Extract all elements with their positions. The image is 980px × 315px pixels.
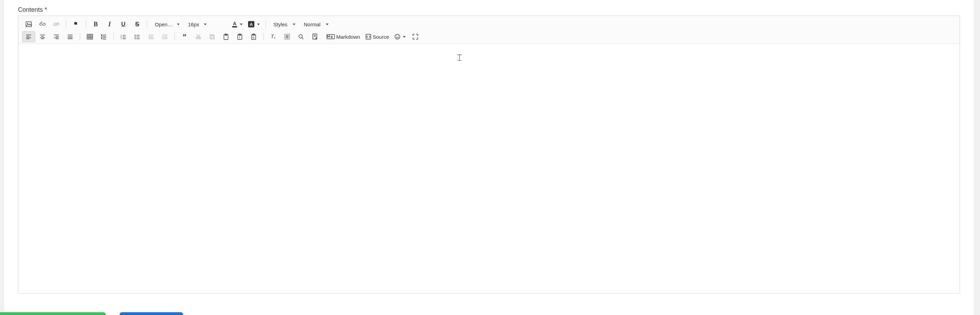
align-left-button[interactable] bbox=[22, 31, 35, 42]
editor-content-area[interactable]: ⌶ bbox=[18, 44, 959, 293]
svg-rect-58 bbox=[210, 35, 213, 38]
svg-text:×: × bbox=[274, 36, 275, 40]
paragraph-format-select[interactable]: Normal bbox=[300, 19, 331, 30]
link-button[interactable] bbox=[36, 19, 49, 30]
outdent-button bbox=[145, 31, 158, 42]
copy-button bbox=[205, 31, 219, 42]
chevron-down-icon bbox=[403, 36, 406, 38]
svg-rect-0 bbox=[26, 22, 32, 27]
unlink-button bbox=[50, 19, 63, 30]
table-button[interactable] bbox=[83, 31, 96, 42]
styles-select[interactable]: Styles bbox=[269, 19, 298, 30]
chevron-down-icon bbox=[240, 24, 243, 25]
text-color-button[interactable]: A bbox=[230, 19, 245, 30]
source-button[interactable]: Source bbox=[363, 31, 391, 42]
text-caret-icon: ⌶ bbox=[457, 53, 462, 62]
svg-rect-59 bbox=[211, 36, 214, 40]
source-label: Source bbox=[372, 34, 389, 40]
primary-action-button[interactable] bbox=[0, 312, 106, 315]
svg-point-42 bbox=[135, 38, 136, 40]
remove-format-button[interactable]: T× bbox=[267, 31, 280, 42]
chevron-down-icon bbox=[326, 24, 329, 25]
align-justify-button[interactable] bbox=[64, 31, 77, 42]
svg-text:W: W bbox=[252, 36, 255, 39]
bold-button[interactable]: B bbox=[89, 19, 102, 30]
align-right-button[interactable] bbox=[50, 31, 63, 42]
find-button[interactable] bbox=[294, 31, 307, 42]
chevron-down-icon bbox=[257, 24, 260, 25]
paragraph-format-value: Normal bbox=[304, 21, 322, 27]
font-family-select[interactable]: Open… bbox=[151, 19, 182, 30]
paste-text-button[interactable]: T bbox=[233, 31, 247, 42]
svg-point-83 bbox=[396, 36, 397, 36]
svg-point-84 bbox=[398, 36, 398, 36]
paste-word-button[interactable]: W bbox=[247, 31, 260, 42]
chevron-down-icon bbox=[177, 24, 180, 25]
align-center-button[interactable] bbox=[36, 31, 49, 42]
font-size-select[interactable]: 16px bbox=[184, 19, 209, 30]
markdown-label: Markdown bbox=[336, 34, 360, 40]
strikethrough-button[interactable]: S bbox=[130, 19, 144, 30]
secondary-action-button[interactable] bbox=[119, 312, 183, 315]
svg-text:T: T bbox=[239, 36, 240, 39]
svg-point-54 bbox=[196, 37, 198, 39]
image-button[interactable] bbox=[22, 19, 35, 30]
indent-button bbox=[158, 31, 172, 42]
emoji-icon bbox=[395, 34, 400, 40]
underline-button[interactable]: U bbox=[117, 19, 130, 30]
italic-button[interactable]: I bbox=[103, 19, 116, 30]
templates-button[interactable]: + bbox=[308, 31, 321, 42]
font-size-value: 16px bbox=[188, 21, 200, 27]
styles-value: Styles bbox=[273, 21, 289, 27]
rich-text-editor: B I U S bbox=[18, 16, 960, 294]
svg-point-82 bbox=[395, 34, 400, 39]
select-all-button[interactable] bbox=[281, 31, 294, 42]
svg-point-55 bbox=[199, 37, 201, 39]
svg-point-41 bbox=[135, 37, 136, 38]
flag-button[interactable] bbox=[70, 19, 83, 30]
font-family-value: Open… bbox=[155, 21, 173, 27]
unordered-list-button[interactable] bbox=[130, 31, 144, 42]
ordered-list-button[interactable]: 123 bbox=[117, 31, 130, 42]
background-color-button[interactable]: A bbox=[246, 19, 262, 30]
cut-button bbox=[192, 31, 205, 42]
chevron-down-icon bbox=[204, 24, 207, 25]
background-color-letter: A bbox=[248, 21, 255, 27]
field-label: Contents * bbox=[18, 6, 960, 13]
svg-line-75 bbox=[302, 38, 304, 39]
line-height-button[interactable] bbox=[97, 31, 110, 42]
emoji-button[interactable] bbox=[392, 31, 408, 42]
svg-rect-25 bbox=[87, 34, 92, 39]
markdown-button[interactable]: Markdown bbox=[324, 31, 363, 42]
text-color-letter: A bbox=[233, 21, 236, 26]
paste-button[interactable] bbox=[220, 31, 232, 42]
svg-point-74 bbox=[299, 35, 302, 38]
svg-text:+: + bbox=[315, 36, 317, 40]
svg-text:3: 3 bbox=[121, 38, 122, 39]
svg-point-40 bbox=[135, 35, 136, 36]
source-icon bbox=[366, 34, 371, 40]
markdown-icon bbox=[326, 34, 335, 39]
chevron-down-icon bbox=[293, 24, 296, 25]
svg-rect-80 bbox=[327, 35, 335, 39]
maximize-button[interactable] bbox=[409, 31, 422, 42]
editor-toolbar: B I U S bbox=[18, 16, 959, 44]
svg-point-1 bbox=[27, 23, 28, 24]
blockquote-button[interactable]: ” bbox=[178, 31, 191, 42]
